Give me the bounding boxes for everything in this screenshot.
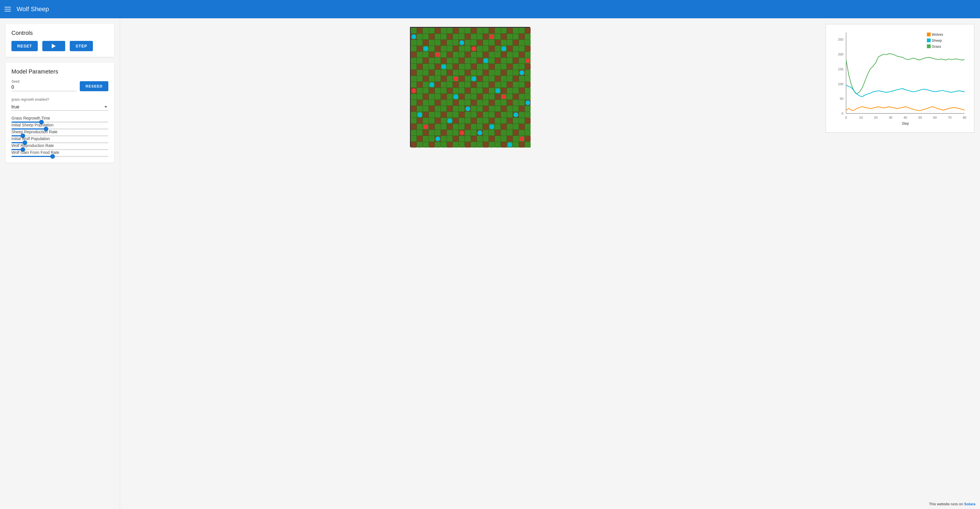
solara-link[interactable]: Solara (964, 502, 975, 506)
left-panel: Controls RESET STEP Model Parameters See… (0, 18, 120, 509)
controls-row: RESET STEP (11, 41, 108, 51)
slider-row: Initial Wolf Population (11, 137, 108, 143)
x-label-10: 10 (859, 116, 863, 119)
x-label-0: 0 (845, 116, 847, 119)
x-axis-title: Step (902, 121, 909, 126)
grass-legend-icon (927, 45, 931, 48)
y-label-150: 150 (838, 67, 843, 71)
sliders-container: Grass Regrowth Time Initial Sheep Popula… (11, 116, 108, 157)
slider-row: Sheep Reproduction Rate (11, 130, 108, 137)
grass-param-row: grass regrowth enabled? true false (11, 97, 108, 111)
slider-input-5[interactable] (11, 156, 108, 157)
center-panel (120, 18, 820, 509)
simulation-grid (411, 28, 531, 148)
y-label-0: 0 (842, 112, 843, 115)
x-label-40: 40 (904, 116, 907, 119)
wolves-legend-icon (927, 33, 931, 36)
reset-button[interactable]: RESET (11, 41, 38, 51)
slider-row: Initial Sheep Population (11, 122, 108, 130)
controls-title: Controls (11, 30, 108, 36)
header: Wolf Sheep (0, 0, 980, 18)
reseed-button[interactable]: RESEED (80, 81, 108, 91)
y-label-250: 250 (838, 38, 843, 41)
chart-container: Wolves Sheep Grass 0 50 100 150 200 250 (826, 24, 974, 133)
sheep-line (846, 85, 965, 97)
seed-input-wrap: Seed (11, 80, 76, 91)
menu-icon[interactable] (5, 7, 11, 11)
seed-row: Seed RESEED (11, 80, 108, 91)
footer: This website runs on Solara (929, 502, 975, 506)
grass-line (846, 54, 965, 94)
population-chart: Wolves Sheep Grass 0 50 100 150 200 250 (829, 27, 971, 130)
x-label-60: 60 (933, 116, 937, 119)
sheep-legend-icon (927, 38, 931, 42)
grass-label: grass regrowth enabled? (11, 97, 108, 102)
grass-legend-label: Grass (932, 45, 941, 49)
x-label-70: 70 (948, 116, 952, 119)
step-button[interactable]: STEP (70, 41, 93, 51)
chart-legend: Wolves Sheep Grass (927, 33, 943, 49)
main-layout: Controls RESET STEP Model Parameters See… (0, 18, 980, 509)
param-section: Seed RESEED grass regrowth enabled? true… (11, 80, 108, 157)
x-label-20: 20 (874, 116, 878, 119)
play-button[interactable] (42, 41, 65, 51)
footer-text: This website runs on (929, 502, 964, 506)
y-label-50: 50 (840, 97, 844, 100)
slider-row: Grass Regrowth Time (11, 116, 108, 122)
x-label-30: 30 (889, 116, 892, 119)
sheep-legend-label: Sheep (932, 38, 942, 43)
grass-select[interactable]: true false (11, 103, 108, 111)
model-params-card: Model Parameters Seed RESEED grass regro… (6, 63, 114, 163)
app-title: Wolf Sheep (17, 5, 49, 13)
right-panel: Wolves Sheep Grass 0 50 100 150 200 250 (820, 18, 980, 509)
grass-select-wrap: true false (11, 103, 108, 111)
y-label-100: 100 (838, 82, 843, 86)
slider-row: Wolf Gain From Food Rate (11, 150, 108, 157)
wolves-legend-label: Wolves (932, 33, 943, 37)
grid-container (410, 27, 530, 147)
seed-label: Seed (11, 80, 76, 83)
model-params-title: Model Parameters (11, 68, 108, 75)
x-label-80: 80 (963, 116, 967, 119)
play-icon (52, 44, 56, 48)
wolves-line (846, 107, 965, 111)
controls-card: Controls RESET STEP (6, 24, 114, 57)
seed-input[interactable] (11, 83, 76, 91)
y-label-200: 200 (838, 52, 843, 56)
x-label-50: 50 (918, 116, 922, 119)
slider-row: Wolf Reproduction Rate (11, 143, 108, 150)
